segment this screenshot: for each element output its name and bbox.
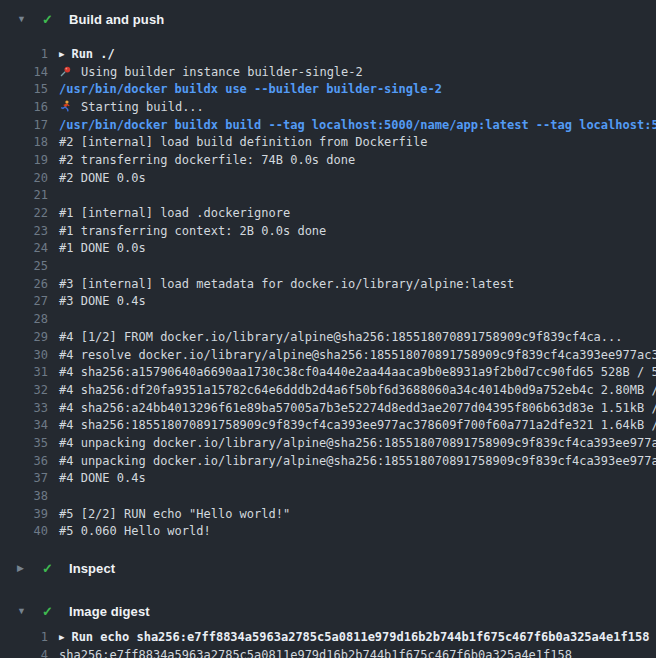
section-header-build-and-push[interactable]: ▼✓Build and push [0, 5, 656, 33]
line-number[interactable]: 37 [0, 471, 48, 485]
log-line: 39#5 [2/2] RUN echo "Hello world!" [0, 505, 656, 523]
line-number[interactable]: 31 [0, 365, 48, 379]
log-line: 32#4 sha256:df20fa9351a15782c64e6dddb2d4… [0, 381, 656, 399]
log-line-text: #4 sha256:a15790640a6690aa1730c38cf0a440… [48, 365, 656, 379]
log-line-text: sha256:e7ff8834a5963a2785c5a0811e979d16b… [48, 648, 572, 658]
log-line: 36#4 unpacking docker.io/library/alpine@… [0, 452, 656, 470]
log-lines: 1▶Run echo sha256:e7ff8834a5963a2785c5a0… [0, 628, 656, 658]
line-number[interactable]: 36 [0, 454, 48, 468]
line-number[interactable]: 20 [0, 171, 48, 185]
log-lines: 1▶Run ./14Using builder instance builder… [0, 45, 656, 540]
line-number[interactable]: 14 [0, 65, 48, 79]
log-line-text: #4 sha256:a24bb4013296f61e89ba57005a7b3e… [48, 401, 656, 415]
log-line-text: #4 unpacking docker.io/library/alpine@sh… [48, 436, 656, 450]
log-line: 18#2 [internal] load build definition fr… [0, 133, 656, 151]
log-line: 14Using builder instance builder-single-… [0, 63, 656, 81]
success-check-icon: ✓ [42, 562, 54, 575]
line-number[interactable]: 16 [0, 100, 48, 114]
pushpin-icon [59, 65, 72, 78]
log-text: #4 sha256:a24bb4013296f61e89ba57005a7b3e… [59, 401, 656, 415]
log-line-text: #2 transferring dockerfile: 74B 0.0s don… [48, 153, 355, 167]
log-line: 17/usr/bin/docker buildx build --tag loc… [0, 116, 656, 134]
play-icon: ▶ [59, 49, 64, 59]
log-line: 20#2 DONE 0.0s [0, 169, 656, 187]
log-line-text: #1 transferring context: 2B 0.0s done [48, 224, 326, 238]
line-number[interactable]: 33 [0, 401, 48, 415]
log-text: #3 DONE 0.4s [59, 294, 146, 308]
log-text: /usr/bin/docker buildx build --tag local… [59, 118, 656, 132]
log-line-text: ▶Run ./ [48, 47, 115, 61]
chevron-down-icon[interactable]: ▼ [17, 607, 29, 616]
log-line-text: /usr/bin/docker buildx use --builder bui… [48, 82, 442, 96]
section-title: Build and push [69, 12, 164, 27]
log-line-text: Using builder instance builder-single-2 [48, 65, 363, 79]
log-line: 28 [0, 310, 656, 328]
log-text: Using builder instance builder-single-2 [81, 65, 363, 79]
log-line: 31#4 sha256:a15790640a6690aa1730c38cf0a4… [0, 363, 656, 381]
log-text: #2 DONE 0.0s [59, 171, 146, 185]
log-text: Run echo sha256:e7ff8834a5963a2785c5a081… [71, 630, 649, 644]
line-number[interactable]: 18 [0, 135, 48, 149]
line-number[interactable]: 19 [0, 153, 48, 167]
line-number[interactable]: 4 [0, 648, 48, 658]
line-number[interactable]: 29 [0, 330, 48, 344]
runner-icon [59, 100, 72, 113]
line-number[interactable]: 22 [0, 206, 48, 220]
log-line: 16Starting build... [0, 98, 656, 116]
chevron-down-icon[interactable]: ▼ [17, 15, 29, 24]
log-line: 19#2 transferring dockerfile: 74B 0.0s d… [0, 151, 656, 169]
log-text: #1 DONE 0.0s [59, 241, 146, 255]
line-number[interactable]: 39 [0, 507, 48, 521]
section-inspect: ▶✓Inspect [0, 554, 656, 582]
log-text: #4 sha256:df20fa9351a15782c64e6dddb2d4a6… [59, 383, 656, 397]
line-number[interactable]: 24 [0, 241, 48, 255]
log-line: 27#3 DONE 0.4s [0, 293, 656, 311]
line-number[interactable]: 25 [0, 259, 48, 273]
line-number[interactable]: 26 [0, 277, 48, 291]
line-number[interactable]: 35 [0, 436, 48, 450]
log-line-text: #4 sha256:df20fa9351a15782c64e6dddb2d4a6… [48, 383, 656, 397]
log-line-text: #3 DONE 0.4s [48, 294, 146, 308]
section-image-digest: ▼✓Image digest1▶Run echo sha256:e7ff8834… [0, 597, 656, 658]
line-number[interactable]: 38 [0, 489, 48, 503]
log-text: #2 transferring dockerfile: 74B 0.0s don… [59, 153, 355, 167]
log-line: 29#4 [1/2] FROM docker.io/library/alpine… [0, 328, 656, 346]
log-line-text: #1 DONE 0.0s [48, 241, 146, 255]
log-line-text: #4 resolve docker.io/library/alpine@sha2… [48, 348, 656, 362]
line-number[interactable]: 15 [0, 82, 48, 96]
log-text: #4 sha256:a15790640a6690aa1730c38cf0a440… [59, 365, 656, 379]
section-header-image-digest[interactable]: ▼✓Image digest [0, 597, 656, 625]
line-number[interactable]: 32 [0, 383, 48, 397]
log-line-text: #4 unpacking docker.io/library/alpine@sh… [48, 454, 656, 468]
line-number[interactable]: 40 [0, 524, 48, 538]
log-text: #4 [1/2] FROM docker.io/library/alpine@s… [59, 330, 623, 344]
line-number[interactable]: 1 [0, 47, 48, 61]
log-line-text: #2 DONE 0.0s [48, 171, 146, 185]
log-line: 35#4 unpacking docker.io/library/alpine@… [0, 434, 656, 452]
log-text: #4 sha256:185518070891758909c9f839cf4ca3… [59, 418, 656, 432]
log-line-text: #1 [internal] load .dockerignore [48, 206, 290, 220]
log-line-text: #3 [internal] load metadata for docker.i… [48, 277, 514, 291]
success-check-icon: ✓ [42, 13, 54, 26]
log-line-text: #4 DONE 0.4s [48, 471, 146, 485]
log-line: 33#4 sha256:a24bb4013296f61e89ba57005a7b… [0, 399, 656, 417]
log-text: Run ./ [71, 47, 114, 61]
log-line: 38 [0, 487, 656, 505]
line-number[interactable]: 34 [0, 418, 48, 432]
line-number[interactable]: 21 [0, 188, 48, 202]
line-number[interactable]: 28 [0, 312, 48, 326]
log-line: 23#1 transferring context: 2B 0.0s done [0, 222, 656, 240]
section-title: Image digest [69, 604, 150, 619]
line-number[interactable]: 17 [0, 118, 48, 132]
log-line: 24#1 DONE 0.0s [0, 240, 656, 258]
line-number[interactable]: 30 [0, 348, 48, 362]
log-text: #1 [internal] load .dockerignore [59, 206, 290, 220]
line-number[interactable]: 1 [0, 630, 48, 644]
log-text: #4 DONE 0.4s [59, 471, 146, 485]
log-line: 40#5 0.060 Hello world! [0, 523, 656, 541]
chevron-right-icon[interactable]: ▶ [17, 564, 29, 573]
log-line-text: #5 0.060 Hello world! [48, 524, 211, 538]
line-number[interactable]: 23 [0, 224, 48, 238]
section-header-inspect[interactable]: ▶✓Inspect [0, 554, 656, 582]
line-number[interactable]: 27 [0, 294, 48, 308]
